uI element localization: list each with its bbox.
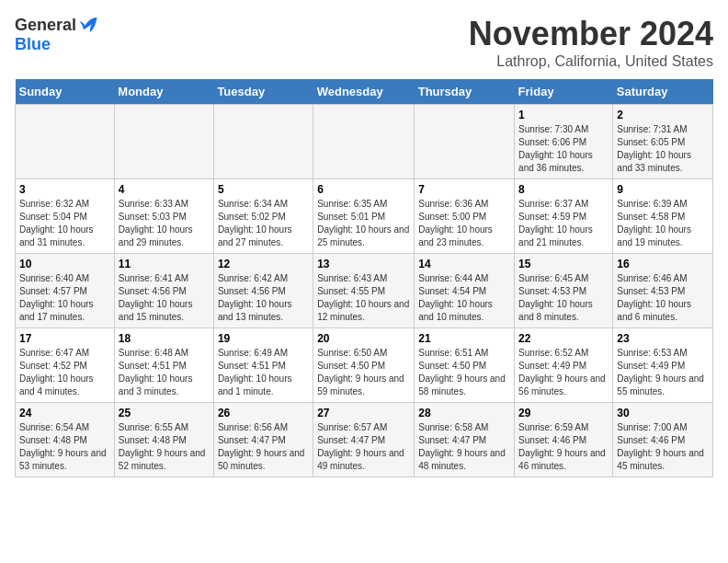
calendar-header-row: SundayMondayTuesdayWednesdayThursdayFrid…	[16, 79, 713, 105]
day-info: Sunrise: 7:00 AM Sunset: 4:46 PM Dayligh…	[617, 421, 709, 473]
calendar-cell: 28Sunrise: 6:58 AM Sunset: 4:47 PM Dayli…	[415, 403, 515, 477]
day-number: 25	[119, 407, 210, 419]
calendar-day-header: Friday	[515, 79, 613, 105]
calendar-cell	[313, 105, 415, 179]
calendar-week-row: 3Sunrise: 6:32 AM Sunset: 5:04 PM Daylig…	[16, 179, 713, 254]
day-info: Sunrise: 6:48 AM Sunset: 4:51 PM Dayligh…	[119, 347, 210, 398]
calendar-day-header: Thursday	[415, 79, 515, 105]
calendar-cell	[415, 105, 515, 179]
main-title: November 2024	[469, 15, 713, 53]
calendar-day-header: Wednesday	[313, 79, 415, 105]
day-info: Sunrise: 6:39 AM Sunset: 4:58 PM Dayligh…	[617, 198, 709, 249]
calendar-cell: 6Sunrise: 6:35 AM Sunset: 5:01 PM Daylig…	[313, 179, 415, 254]
day-info: Sunrise: 6:50 AM Sunset: 4:50 PM Dayligh…	[317, 347, 410, 398]
calendar-week-row: 1Sunrise: 7:30 AM Sunset: 6:06 PM Daylig…	[16, 105, 713, 179]
day-info: Sunrise: 6:46 AM Sunset: 4:53 PM Dayligh…	[617, 272, 709, 324]
calendar-cell: 16Sunrise: 6:46 AM Sunset: 4:53 PM Dayli…	[613, 254, 713, 328]
day-info: Sunrise: 6:43 AM Sunset: 4:55 PM Dayligh…	[317, 272, 410, 324]
day-number: 16	[617, 258, 709, 270]
calendar-cell: 18Sunrise: 6:48 AM Sunset: 4:51 PM Dayli…	[114, 328, 213, 403]
day-info: Sunrise: 6:58 AM Sunset: 4:47 PM Dayligh…	[418, 421, 510, 473]
calendar-cell	[213, 105, 313, 179]
calendar-cell: 1Sunrise: 7:30 AM Sunset: 6:06 PM Daylig…	[515, 105, 613, 179]
calendar-cell: 27Sunrise: 6:57 AM Sunset: 4:47 PM Dayli…	[313, 403, 415, 477]
day-number: 24	[19, 407, 110, 419]
logo: General Blue	[15, 15, 98, 54]
calendar-table: SundayMondayTuesdayWednesdayThursdayFrid…	[15, 79, 713, 477]
day-info: Sunrise: 6:47 AM Sunset: 4:52 PM Dayligh…	[19, 347, 110, 398]
day-number: 3	[19, 183, 110, 196]
calendar-day-header: Tuesday	[213, 79, 313, 105]
day-number: 4	[119, 183, 210, 196]
day-info: Sunrise: 6:44 AM Sunset: 4:54 PM Dayligh…	[418, 272, 510, 324]
day-info: Sunrise: 6:45 AM Sunset: 4:53 PM Dayligh…	[518, 272, 609, 324]
day-number: 7	[418, 183, 510, 196]
calendar-cell: 12Sunrise: 6:42 AM Sunset: 4:56 PM Dayli…	[213, 254, 313, 328]
calendar-day-header: Sunday	[16, 79, 115, 105]
day-info: Sunrise: 6:56 AM Sunset: 4:47 PM Dayligh…	[218, 421, 309, 473]
day-number: 5	[218, 183, 309, 196]
day-info: Sunrise: 6:36 AM Sunset: 5:00 PM Dayligh…	[418, 198, 510, 249]
day-info: Sunrise: 6:49 AM Sunset: 4:51 PM Dayligh…	[218, 347, 309, 398]
day-number: 10	[19, 258, 110, 270]
day-number: 18	[119, 332, 210, 345]
day-number: 15	[518, 258, 609, 270]
calendar-cell	[16, 105, 115, 179]
calendar-cell: 9Sunrise: 6:39 AM Sunset: 4:58 PM Daylig…	[613, 179, 713, 254]
calendar-cell: 24Sunrise: 6:54 AM Sunset: 4:48 PM Dayli…	[16, 403, 115, 477]
calendar-cell: 2Sunrise: 7:31 AM Sunset: 6:05 PM Daylig…	[613, 105, 713, 179]
day-number: 23	[617, 332, 709, 345]
calendar-cell: 19Sunrise: 6:49 AM Sunset: 4:51 PM Dayli…	[213, 328, 313, 403]
day-number: 19	[218, 332, 309, 345]
calendar-cell: 4Sunrise: 6:33 AM Sunset: 5:03 PM Daylig…	[114, 179, 213, 254]
day-info: Sunrise: 6:32 AM Sunset: 5:04 PM Dayligh…	[19, 198, 110, 249]
header: General Blue November 2024 Lathrop, Cali…	[15, 15, 713, 70]
day-number: 21	[418, 332, 510, 345]
title-section: November 2024 Lathrop, California, Unite…	[469, 15, 713, 70]
day-number: 9	[617, 183, 709, 196]
day-info: Sunrise: 6:33 AM Sunset: 5:03 PM Dayligh…	[119, 198, 210, 249]
day-info: Sunrise: 6:34 AM Sunset: 5:02 PM Dayligh…	[218, 198, 309, 249]
day-number: 28	[418, 407, 510, 419]
day-number: 17	[19, 332, 110, 345]
day-info: Sunrise: 6:55 AM Sunset: 4:48 PM Dayligh…	[119, 421, 210, 473]
day-info: Sunrise: 6:37 AM Sunset: 4:59 PM Dayligh…	[518, 198, 609, 249]
day-info: Sunrise: 6:54 AM Sunset: 4:48 PM Dayligh…	[19, 421, 110, 473]
calendar-cell: 17Sunrise: 6:47 AM Sunset: 4:52 PM Dayli…	[16, 328, 115, 403]
logo-general-text: General	[15, 16, 76, 35]
day-info: Sunrise: 6:57 AM Sunset: 4:47 PM Dayligh…	[317, 421, 410, 473]
day-number: 29	[518, 407, 609, 419]
calendar-cell: 14Sunrise: 6:44 AM Sunset: 4:54 PM Dayli…	[415, 254, 515, 328]
day-info: Sunrise: 7:31 AM Sunset: 6:05 PM Dayligh…	[617, 123, 709, 175]
calendar-day-header: Saturday	[613, 79, 713, 105]
day-info: Sunrise: 6:59 AM Sunset: 4:46 PM Dayligh…	[518, 421, 609, 473]
day-number: 20	[317, 332, 410, 345]
calendar-cell	[114, 105, 213, 179]
calendar-cell: 22Sunrise: 6:52 AM Sunset: 4:49 PM Dayli…	[515, 328, 613, 403]
day-info: Sunrise: 6:52 AM Sunset: 4:49 PM Dayligh…	[518, 347, 609, 398]
calendar-cell: 11Sunrise: 6:41 AM Sunset: 4:56 PM Dayli…	[114, 254, 213, 328]
subtitle: Lathrop, California, United States	[469, 53, 713, 70]
day-number: 2	[617, 109, 709, 121]
calendar-cell: 3Sunrise: 6:32 AM Sunset: 5:04 PM Daylig…	[16, 179, 115, 254]
calendar-cell: 13Sunrise: 6:43 AM Sunset: 4:55 PM Dayli…	[313, 254, 415, 328]
calendar-day-header: Monday	[114, 79, 213, 105]
calendar-cell: 8Sunrise: 6:37 AM Sunset: 4:59 PM Daylig…	[515, 179, 613, 254]
day-number: 1	[518, 109, 609, 121]
calendar-cell: 7Sunrise: 6:36 AM Sunset: 5:00 PM Daylig…	[415, 179, 515, 254]
calendar-cell: 10Sunrise: 6:40 AM Sunset: 4:57 PM Dayli…	[16, 254, 115, 328]
calendar-cell: 21Sunrise: 6:51 AM Sunset: 4:50 PM Dayli…	[415, 328, 515, 403]
day-info: Sunrise: 6:41 AM Sunset: 4:56 PM Dayligh…	[119, 272, 210, 324]
day-info: Sunrise: 6:42 AM Sunset: 4:56 PM Dayligh…	[218, 272, 309, 324]
day-info: Sunrise: 6:35 AM Sunset: 5:01 PM Dayligh…	[317, 198, 410, 249]
calendar-cell: 25Sunrise: 6:55 AM Sunset: 4:48 PM Dayli…	[114, 403, 213, 477]
calendar-week-row: 24Sunrise: 6:54 AM Sunset: 4:48 PM Dayli…	[16, 403, 713, 477]
day-number: 26	[218, 407, 309, 419]
day-number: 8	[518, 183, 609, 196]
calendar-cell: 30Sunrise: 7:00 AM Sunset: 4:46 PM Dayli…	[613, 403, 713, 477]
day-number: 6	[317, 183, 410, 196]
calendar-week-row: 10Sunrise: 6:40 AM Sunset: 4:57 PM Dayli…	[16, 254, 713, 328]
calendar-week-row: 17Sunrise: 6:47 AM Sunset: 4:52 PM Dayli…	[16, 328, 713, 403]
calendar-cell: 29Sunrise: 6:59 AM Sunset: 4:46 PM Dayli…	[515, 403, 613, 477]
calendar-cell: 23Sunrise: 6:53 AM Sunset: 4:49 PM Dayli…	[613, 328, 713, 403]
